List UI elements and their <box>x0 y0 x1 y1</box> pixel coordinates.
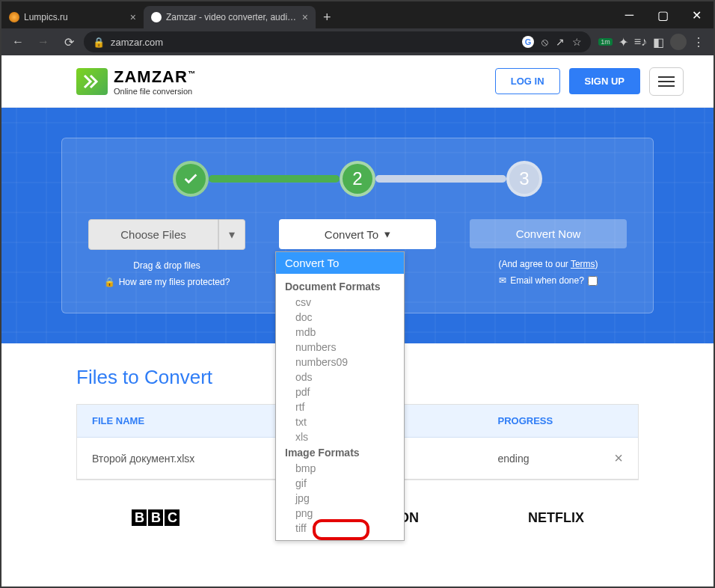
dropdown-header: Convert To <box>276 252 404 274</box>
extension-icon[interactable]: 1m <box>598 38 613 46</box>
dropdown-item-rtf[interactable]: rtf <box>276 399 404 414</box>
dropdown-section: Image Formats <box>276 444 404 461</box>
close-window-button[interactable]: ✕ <box>680 1 714 28</box>
step-track <box>375 175 506 183</box>
site-header: ZAMZAR™ Online file conversion LOG IN SI… <box>1 55 714 108</box>
dropdown-item-png[interactable]: png <box>276 506 404 521</box>
dropdown-item-ods[interactable]: ods <box>276 370 404 385</box>
dropdown-item-doc[interactable]: doc <box>276 310 404 325</box>
dropdown-item-tiff[interactable]: tiff <box>276 521 404 536</box>
step-track <box>209 175 340 183</box>
window-titlebar: Lumpics.ru × Zamzar - video converter, a… <box>1 1 714 28</box>
favicon-icon <box>9 12 19 22</box>
address-bar[interactable]: 🔒 zamzar.com G ⦸ ↗ ☆ <box>84 31 591 52</box>
hamburger-menu-button[interactable] <box>649 67 684 96</box>
remove-file-button[interactable]: × <box>614 450 623 467</box>
files-protected-link[interactable]: 🔒 How are my files protected? <box>104 277 230 287</box>
page-content: ZAMZAR™ Online file conversion LOG IN SI… <box>1 55 714 587</box>
email-when-done-checkbox[interactable] <box>588 276 598 286</box>
converter-controls: Choose Files ▾ Drag & drop files 🔒 How a… <box>85 219 630 287</box>
favicon-icon <box>151 12 162 22</box>
bookmark-icon[interactable]: ☆ <box>572 36 582 48</box>
dropdown-item-txt[interactable]: txt <box>276 414 404 429</box>
translate-icon[interactable]: ⦸ <box>541 36 548 49</box>
dropdown-item-gif[interactable]: gif <box>276 476 404 491</box>
dropdown-item-xls[interactable]: xls <box>276 429 404 444</box>
choose-files-dropdown[interactable]: ▾ <box>218 219 245 250</box>
close-icon[interactable]: × <box>130 11 136 23</box>
converter-panel: 2 3 Choose Files ▾ Drag & drop files 🔒 H… <box>61 138 654 313</box>
browser-tab[interactable]: Zamzar - video converter, audio c × <box>144 6 316 28</box>
login-button[interactable]: LOG IN <box>495 68 560 94</box>
terms-link[interactable]: Terms <box>571 259 595 269</box>
share-icon[interactable]: ↗ <box>556 36 565 48</box>
close-icon[interactable]: × <box>302 11 308 23</box>
address-bar-row: ← → ⟳ 🔒 zamzar.com G ⦸ ↗ ☆ 1m ✦ ≡♪ ◧ ⋮ <box>1 28 714 55</box>
new-tab-button[interactable]: + <box>316 6 339 28</box>
file-status: ending <box>498 453 530 465</box>
extension-icons: 1m ✦ ≡♪ ◧ ⋮ <box>595 34 708 50</box>
reload-button[interactable]: ⟳ <box>58 31 79 52</box>
reading-list-icon[interactable]: ≡♪ <box>634 35 647 49</box>
logo-text: ZAMZAR™ <box>114 67 196 87</box>
lock-icon: 🔒 <box>104 277 115 287</box>
dropdown-item-mdb[interactable]: mdb <box>276 325 404 340</box>
extensions-icon[interactable]: ✦ <box>619 35 628 49</box>
browser-tabs: Lumpics.ru × Zamzar - video converter, a… <box>1 1 613 28</box>
profile-avatar[interactable] <box>670 34 687 50</box>
dropdown-item-numbers09[interactable]: numbers09 <box>276 355 404 370</box>
step-indicator: 2 3 <box>85 161 630 197</box>
hero-section: 2 3 Choose Files ▾ Drag & drop files 🔒 H… <box>1 108 714 343</box>
logo-bbc: BBC <box>131 510 180 526</box>
convert-to-button[interactable]: Convert To▾ <box>279 219 436 249</box>
col-progress: PROGRESS <box>498 415 624 426</box>
browser-tab[interactable]: Lumpics.ru × <box>1 6 144 28</box>
dropdown-item-bmp[interactable]: bmp <box>276 461 404 476</box>
chevron-down-icon: ▾ <box>384 227 390 241</box>
url-action-icons: G ⦸ ↗ ☆ <box>522 36 582 49</box>
logo-tagline: Online file conversion <box>114 87 196 96</box>
dropdown-item-pdf[interactable]: pdf <box>276 385 404 399</box>
step-3-pending: 3 <box>506 161 542 197</box>
drag-drop-hint: Drag & drop files <box>133 260 200 271</box>
google-icon[interactable]: G <box>522 36 534 48</box>
email-when-done-row: ✉ Email when done? <box>499 275 598 286</box>
dropdown-body[interactable]: Document Formats csv doc mdb numbers num… <box>276 274 404 540</box>
terms-hint: (And agree to our Terms) <box>498 259 598 269</box>
site-logo[interactable]: ZAMZAR™ Online file conversion <box>76 67 196 96</box>
step-1-done <box>173 161 209 197</box>
convert-now-button[interactable]: Convert Now <box>470 219 627 248</box>
tab-title: Lumpics.ru <box>24 12 126 22</box>
maximize-button[interactable]: ▢ <box>646 1 680 28</box>
minimize-button[interactable]: ─ <box>613 1 646 28</box>
step-2-active: 2 <box>340 161 375 197</box>
menu-icon[interactable]: ⋮ <box>693 35 705 49</box>
signup-button[interactable]: SIGN UP <box>569 68 640 94</box>
choose-files-button[interactable]: Choose Files <box>88 219 218 250</box>
window-controls: ─ ▢ ✕ <box>613 1 714 28</box>
logo-icon <box>76 68 108 95</box>
dropdown-section: Document Formats <box>276 278 404 295</box>
tab-overview-icon[interactable]: ◧ <box>653 35 664 49</box>
convert-to-dropdown: Convert To Document Formats csv doc mdb … <box>275 251 405 541</box>
logo-netflix: NETFLIX <box>528 510 584 526</box>
url-text: zamzar.com <box>111 37 163 48</box>
dropdown-item-jpg[interactable]: jpg <box>276 491 404 506</box>
tab-title: Zamzar - video converter, audio c <box>166 12 298 22</box>
mail-icon: ✉ <box>499 275 506 286</box>
forward-button[interactable]: → <box>33 31 54 52</box>
lock-icon: 🔒 <box>93 37 105 48</box>
back-button[interactable]: ← <box>7 31 28 52</box>
dropdown-item-numbers[interactable]: numbers <box>276 340 404 355</box>
dropdown-item-csv[interactable]: csv <box>276 295 404 310</box>
choose-files-group: Choose Files ▾ <box>88 219 245 250</box>
